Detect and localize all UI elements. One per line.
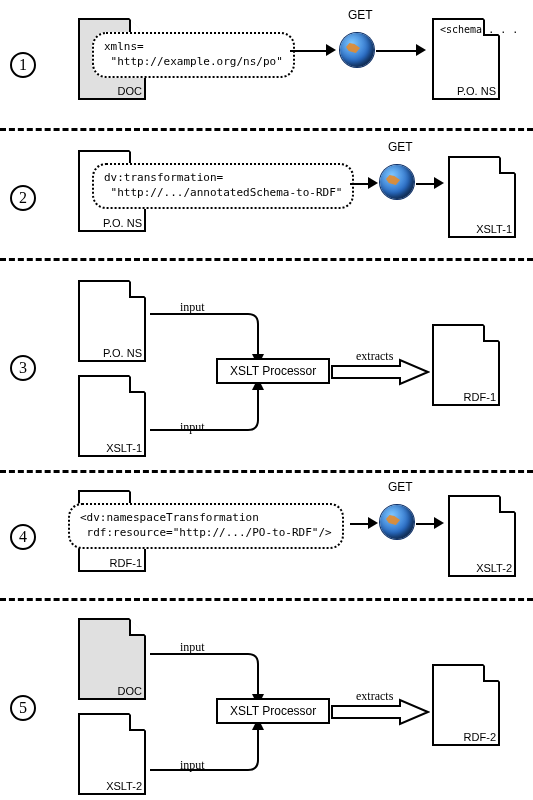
step-number-label: 2 xyxy=(19,189,27,207)
doc-snippet: <schema . . . xyxy=(440,24,518,36)
callout-step1: xmlns= "http://example.org/ns/po" xyxy=(92,32,295,78)
doc-label: DOC xyxy=(118,685,142,697)
wide-arrow-icon xyxy=(330,358,430,386)
arrow-head-icon xyxy=(368,517,378,529)
doc-label: XSLT-2 xyxy=(476,562,512,574)
doc-label: DOC xyxy=(118,85,142,97)
doc-label: RDF-2 xyxy=(464,731,496,743)
diagram-canvas: 1 DOC xmlns= "http://example.org/ns/po" … xyxy=(0,0,533,800)
arrow xyxy=(350,523,370,525)
wide-arrow-icon xyxy=(330,698,430,726)
step-number-label: 4 xyxy=(19,528,27,546)
arrow-head-icon xyxy=(434,177,444,189)
step-number-1: 1 xyxy=(10,52,36,78)
arrow-head-icon xyxy=(326,44,336,56)
doc-inputA-step3: P.O. NS xyxy=(78,280,146,362)
doc-label: XSLT-1 xyxy=(106,442,142,454)
callout-step4: <dv:namespaceTransformation rdf:resource… xyxy=(68,503,344,549)
doc-label: P.O. NS xyxy=(103,217,142,229)
step-number-label: 1 xyxy=(19,56,27,74)
svg-marker-2 xyxy=(332,360,428,384)
doc-target-step4: XSLT-2 xyxy=(448,495,516,577)
processor-box: XSLT Processor xyxy=(216,698,330,724)
doc-inputB-step3: XSLT-1 xyxy=(78,375,146,457)
step-number-label: 3 xyxy=(19,359,27,377)
doc-label: P.O. NS xyxy=(457,85,496,97)
doc-target-step2: XSLT-1 xyxy=(448,156,516,238)
get-label: GET xyxy=(348,8,373,22)
doc-inputA-step5: DOC xyxy=(78,618,146,700)
step-number-5: 5 xyxy=(10,695,36,721)
globe-icon xyxy=(380,505,414,539)
step-number-3: 3 xyxy=(10,355,36,381)
doc-label: RDF-1 xyxy=(464,391,496,403)
doc-label: RDF-1 xyxy=(110,557,142,569)
doc-output-step3: RDF-1 xyxy=(432,324,500,406)
doc-output-step5: RDF-2 xyxy=(432,664,500,746)
doc-target-step1: <schema . . . P.O. NS xyxy=(432,18,500,100)
separator xyxy=(0,598,533,601)
globe-icon xyxy=(380,165,414,199)
doc-inputB-step5: XSLT-2 xyxy=(78,713,146,795)
processor-box: XSLT Processor xyxy=(216,358,330,384)
step-number-2: 2 xyxy=(10,185,36,211)
arrow-head-icon xyxy=(368,177,378,189)
arrow xyxy=(290,50,328,52)
arrow-head-icon xyxy=(416,44,426,56)
arrow xyxy=(416,183,436,185)
step-number-label: 5 xyxy=(19,699,27,717)
get-label: GET xyxy=(388,140,413,154)
separator xyxy=(0,258,533,261)
arrow xyxy=(350,183,370,185)
doc-label: XSLT-2 xyxy=(106,780,142,792)
separator xyxy=(0,128,533,131)
callout-step2: dv:transformation= "http://.../annotated… xyxy=(92,163,354,209)
svg-marker-5 xyxy=(332,700,428,724)
doc-label: XSLT-1 xyxy=(476,223,512,235)
arrow xyxy=(376,50,418,52)
step-number-4: 4 xyxy=(10,524,36,550)
arrow-head-icon xyxy=(434,517,444,529)
globe-icon xyxy=(340,33,374,67)
doc-label: P.O. NS xyxy=(103,347,142,359)
arrow xyxy=(416,523,436,525)
get-label: GET xyxy=(388,480,413,494)
separator xyxy=(0,470,533,473)
